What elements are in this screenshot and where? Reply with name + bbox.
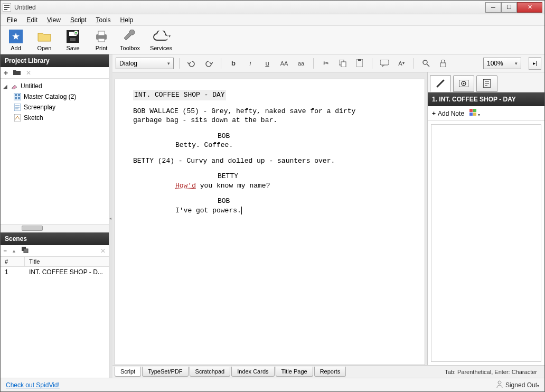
tab-scratchpad[interactable]: Scratchpad <box>190 367 231 377</box>
comment-button[interactable] <box>378 58 391 69</box>
services-button[interactable]: ▾ Services <box>147 29 175 51</box>
svg-rect-3 <box>4 9 7 10</box>
cloud-icon: ▾ <box>152 29 171 44</box>
svg-rect-8 <box>70 38 76 41</box>
color-picker-icon[interactable]: ▾ <box>469 109 480 118</box>
scenes-toolbar: ━ ▲ ✕ <box>1 245 109 257</box>
character-name[interactable]: BOB <box>218 197 407 206</box>
menu-tools[interactable]: Tools <box>92 15 115 25</box>
signed-out-label[interactable]: Signed Out▾ <box>505 381 539 389</box>
paste-button[interactable] <box>353 58 367 69</box>
editor-area[interactable]: INT. COFFEE SHOP - DAY BOB WALLACE (55) … <box>112 72 427 365</box>
expand-right-button[interactable]: ▸| <box>529 57 541 70</box>
dialog-text[interactable]: Betty. Coffee. <box>175 141 354 150</box>
font-button[interactable]: A▾ <box>394 58 408 69</box>
svg-rect-43 <box>469 113 473 116</box>
print-button[interactable]: Print <box>90 29 112 51</box>
notes-tab[interactable] <box>430 75 451 92</box>
dialog-text[interactable]: How'd you know my name? <box>175 181 354 191</box>
zoom-dropdown[interactable]: 100% <box>483 58 521 69</box>
delete-item-icon[interactable]: ✕ <box>26 69 31 77</box>
sketch-icon <box>13 114 22 122</box>
up-icon[interactable]: ▲ <box>12 248 16 254</box>
copy-button[interactable] <box>336 58 350 69</box>
dialog-text[interactable]: I've got powers. <box>175 206 354 216</box>
bold-button[interactable]: b <box>227 58 240 69</box>
tree-item[interactable]: Screenplay <box>3 102 107 113</box>
action-text[interactable]: BETTY (24) - Curvy and dolled up - saunt… <box>133 156 407 166</box>
svg-rect-41 <box>469 109 473 112</box>
menu-script[interactable]: Script <box>66 15 91 25</box>
scene-row[interactable]: 1 INT. COFFEE SHOP - D... <box>1 267 109 277</box>
add-button[interactable]: ★ Add <box>5 29 27 51</box>
tab-script[interactable]: Script <box>115 367 141 377</box>
menu-file[interactable]: File <box>3 15 21 25</box>
svg-rect-11 <box>98 31 105 35</box>
main-toolbar: ★ Add Open Save Print Toolbox ▾ Services <box>1 26 544 54</box>
notes-area[interactable] <box>431 124 541 362</box>
report-tab[interactable] <box>476 75 497 92</box>
tab-title-page[interactable]: Title Page <box>276 367 313 377</box>
redo-button[interactable] <box>202 58 215 69</box>
tree-item[interactable]: Master Catalog (2) <box>3 91 107 102</box>
cut-button[interactable]: ✂ <box>319 58 333 69</box>
find-button[interactable] <box>419 58 433 69</box>
cards-icon[interactable] <box>22 247 29 255</box>
undo-button[interactable] <box>185 58 199 69</box>
save-button[interactable]: Save <box>62 29 84 51</box>
menu-edit[interactable]: Edit <box>22 15 42 25</box>
format-toolbar: Dialog b i u AA aa ✂ A▾ 100% <box>112 54 544 72</box>
svg-rect-29 <box>380 60 389 65</box>
underline-button[interactable]: u <box>260 58 274 69</box>
collapse-icon[interactable]: ━ <box>4 248 6 254</box>
tree-item[interactable]: Sketch <box>3 113 107 123</box>
character-name[interactable]: BETTY <box>218 172 407 181</box>
titlebar: Untitled ─ ☐ ✕ <box>1 1 544 14</box>
project-library-header: Project Library <box>1 54 109 67</box>
tab-index-cards[interactable]: Index Cards <box>231 367 274 377</box>
scene-heading[interactable]: INT. COFFEE SHOP - DAY <box>133 90 226 100</box>
close-panel-icon[interactable]: ✕ <box>100 247 106 255</box>
folder-small-icon[interactable] <box>13 69 21 77</box>
svg-rect-16 <box>15 97 17 99</box>
script-page[interactable]: INT. COFFEE SHOP - DAY BOB WALLACE (55) … <box>115 79 425 365</box>
toolbox-button[interactable]: Toolbox <box>119 29 141 51</box>
tree-root[interactable]: ◢ Untitled <box>3 81 107 91</box>
svg-rect-1 <box>4 5 10 6</box>
library-toolbar: + ✕ <box>1 67 109 79</box>
twisty-icon[interactable]: ◢ <box>3 83 8 89</box>
tree-hscroll[interactable] <box>1 224 109 232</box>
add-item-icon[interactable]: + <box>4 69 8 77</box>
svg-rect-32 <box>440 63 446 67</box>
tab-typeset[interactable]: TypeSet/PDF <box>142 367 188 377</box>
svg-rect-17 <box>18 97 20 99</box>
promo-link[interactable]: Check out SpidVid! <box>6 381 60 389</box>
svg-point-45 <box>498 381 501 384</box>
svg-rect-12 <box>98 39 105 42</box>
media-tab[interactable] <box>453 75 474 92</box>
svg-rect-28 <box>358 59 361 61</box>
lock-button[interactable] <box>436 58 450 69</box>
tab-reports[interactable]: Reports <box>314 367 346 377</box>
svg-rect-26 <box>341 62 346 67</box>
menu-view[interactable]: View <box>43 15 65 25</box>
uppercase-button[interactable]: AA <box>277 58 291 69</box>
minimize-button[interactable]: ─ <box>485 2 501 13</box>
notes-toolbar: + Add Note ▾ <box>428 106 544 121</box>
star-icon: ★ <box>8 29 23 44</box>
close-button[interactable]: ✕ <box>517 2 542 13</box>
project-tree[interactable]: ◢ Untitled Master Catalog (2) Screenplay… <box>1 79 109 224</box>
element-dropdown[interactable]: Dialog <box>116 58 174 69</box>
app-icon <box>3 3 11 12</box>
character-name[interactable]: BOB <box>218 132 407 141</box>
action-text[interactable]: garbage bag - sits down at the bar. <box>133 116 407 125</box>
italic-button[interactable]: i <box>243 58 257 69</box>
statusbar: Check out SpidVid! Signed Out▾ <box>1 378 544 391</box>
open-button[interactable]: Open <box>33 29 55 51</box>
svg-rect-42 <box>473 109 476 112</box>
action-text[interactable]: BOB WALLACE (55) - Grey, hefty, naked sa… <box>133 107 407 116</box>
add-note-button[interactable]: + Add Note <box>432 110 464 117</box>
maximize-button[interactable]: ☐ <box>501 2 517 13</box>
lowercase-button[interactable]: aa <box>294 58 308 69</box>
menu-help[interactable]: Help <box>116 15 138 25</box>
